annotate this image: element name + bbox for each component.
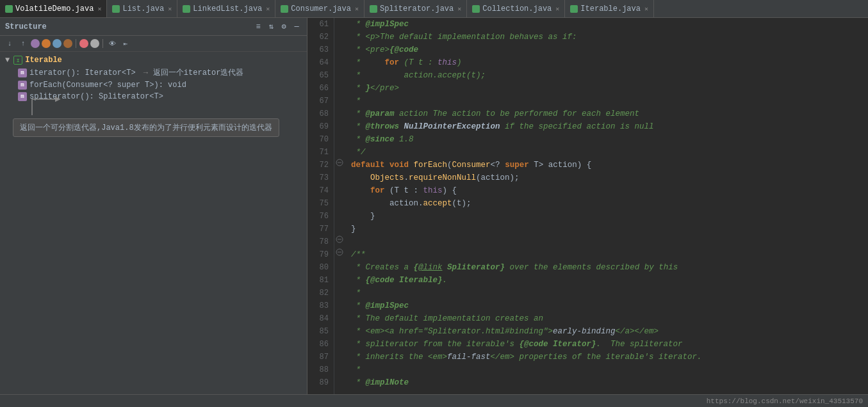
- line-num-68: 68: [313, 108, 329, 120]
- tab-label-volatile: VolatileDemo.java: [15, 4, 94, 13]
- code-line-75: action.accept(t);: [351, 197, 863, 210]
- sort-btn[interactable]: ≡: [253, 22, 263, 32]
- tab-close-list[interactable]: ✕: [168, 5, 172, 13]
- line-num-87: 87: [313, 351, 329, 363]
- expand-all-btn[interactable]: ⇤: [120, 38, 131, 49]
- code-text-70: *: [351, 133, 366, 146]
- tab-label-spliterator: Spliterator.java: [380, 4, 454, 13]
- tree-item-foreach[interactable]: m forEach(Consumer<? super T>): void: [0, 79, 307, 91]
- tab-bar: VolatileDemo.java ✕ List.java ✕ LinkedLi…: [0, 0, 868, 18]
- collapse-icon: ▼: [5, 56, 10, 65]
- code-line-82: *: [351, 287, 863, 299]
- panel-actions: ≡ ⇅ ⚙ —: [253, 22, 302, 32]
- line-num-89: 89: [313, 376, 329, 389]
- code-text-80: * Creates a: [351, 261, 414, 274]
- tab-volatiledemo[interactable]: VolatileDemo.java ✕: [0, 0, 107, 17]
- filter-p-btn[interactable]: [42, 39, 51, 48]
- fold-icon-72[interactable]: [336, 159, 343, 169]
- tab-consumer[interactable]: Consumer.java ✕: [275, 0, 364, 17]
- structure-panel: Structure ≡ ⇅ ⚙ — ↓ ↑ 👁 ⇤ ▼: [0, 18, 307, 394]
- code-line-76: }: [351, 210, 863, 223]
- tab-close-consumer[interactable]: ✕: [355, 5, 359, 13]
- filter-e-btn[interactable]: [79, 39, 88, 48]
- tree-item-iterator-label: iterator(): Iterator<T>: [29, 68, 136, 77]
- tooltip-container: 返回一个可分割迭代器,Java1.8发布的为了并行便利元素而设计的迭代器: [13, 115, 307, 137]
- panel-header: Structure ≡ ⇅ ⚙ —: [0, 18, 307, 36]
- code-line-61: * @implSpec: [351, 18, 863, 31]
- code-gutter: [334, 18, 346, 394]
- line-num-81: 81: [313, 274, 329, 287]
- line-num-73: 73: [313, 172, 329, 184]
- code-text-83: *: [351, 299, 366, 312]
- code-line-88: *: [351, 363, 863, 376]
- main-area: Structure ≡ ⇅ ⚙ — ↓ ↑ 👁 ⇤ ▼: [0, 18, 868, 394]
- code-text-63: *: [351, 44, 366, 56]
- code-text-89: *: [351, 376, 366, 389]
- tab-label-iterable: Iterable.java: [580, 4, 641, 13]
- code-line-63: * <pre>{@code: [351, 44, 863, 56]
- separator1: [76, 39, 76, 48]
- tab-spliterator[interactable]: Spliterator.java ✕: [364, 0, 467, 17]
- code-text-68: *: [351, 108, 366, 120]
- collapse-btn[interactable]: ↑: [17, 38, 29, 49]
- code-line-79: /**: [351, 248, 863, 261]
- close-panel-btn[interactable]: —: [291, 22, 302, 32]
- code-line-86: * spliterator from the iterable's {@code…: [351, 338, 863, 351]
- settings-btn[interactable]: ⚙: [279, 22, 289, 32]
- code-line-89: * @implNote: [351, 376, 863, 389]
- fold-icon-76[interactable]: [336, 248, 343, 259]
- tree-root-iterable[interactable]: ▼ I Iterable: [0, 54, 307, 66]
- tab-label-linkedlist: LinkedList.java: [193, 4, 262, 13]
- line-num-88: 88: [313, 363, 329, 376]
- code-line-80: * Creates a {@link Spliterator} over the…: [351, 261, 863, 274]
- fold-icon-74[interactable]: [336, 235, 343, 246]
- tab-linkedlist[interactable]: LinkedList.java ✕: [177, 0, 275, 17]
- tab-icon-linkedlist: [183, 5, 190, 13]
- filter-f-btn[interactable]: [53, 39, 61, 48]
- code-text-86: * spliterator from the iterable's: [351, 338, 520, 351]
- tab-close-collection[interactable]: ✕: [555, 5, 559, 13]
- tab-close-spliterator[interactable]: ✕: [457, 5, 461, 13]
- code-lines[interactable]: * @implSpec * <p>The default implementat…: [346, 18, 868, 394]
- line-num-84: 84: [313, 312, 329, 325]
- tab-close-iterable[interactable]: ✕: [644, 5, 648, 13]
- spliterator-tooltip-text: 返回一个可分割迭代器,Java1.8发布的为了并行便利元素而设计的迭代器: [20, 124, 272, 132]
- line-num-71: 71: [313, 146, 329, 159]
- code-content[interactable]: 61 62 63 64 65 66 67 68 69 70 71 72 73 7…: [307, 18, 868, 394]
- spliterator-tooltip: 返回一个可分割迭代器,Java1.8发布的为了并行便利元素而设计的迭代器: [13, 118, 279, 137]
- tab-iterable[interactable]: Iterable.java ✕: [565, 0, 654, 17]
- tab-close-volatile[interactable]: ✕: [97, 5, 101, 13]
- filter-m-btn[interactable]: [31, 39, 40, 48]
- code-text-88: *: [351, 363, 361, 376]
- line-num-77: 77: [313, 223, 329, 235]
- line-num-76: 76: [313, 210, 329, 223]
- structure-tree: ▼ I Iterable m iterator(): Iterator<T> →…: [0, 52, 307, 394]
- tree-item-foreach-label: forEach(Consumer<? super T>): void: [29, 81, 186, 90]
- interface-icon: I: [13, 56, 22, 65]
- tree-item-iterator[interactable]: m iterator(): Iterator<T> → 返回一个iterator…: [0, 66, 307, 79]
- code-line-62: * <p>The default implementation behaves …: [351, 31, 863, 44]
- tab-label-collection: Collection.java: [482, 4, 552, 13]
- tab-label-list: List.java: [122, 4, 164, 13]
- line-num-63: 63: [313, 44, 329, 56]
- tab-collection[interactable]: Collection.java ✕: [467, 0, 565, 17]
- code-line-85: * <em><a href="Spliterator.html#binding"…: [351, 325, 863, 338]
- tree-root-label: Iterable: [25, 56, 62, 65]
- filter-c-btn[interactable]: [63, 39, 72, 48]
- code-line-84: * The default implementation creates an: [351, 312, 863, 325]
- line-num-67: 67: [313, 95, 329, 108]
- tab-icon-spliterator: [370, 5, 377, 13]
- code-line-78: [351, 235, 863, 248]
- filter-anon-btn[interactable]: [90, 39, 99, 48]
- tab-list[interactable]: List.java ✕: [107, 0, 177, 17]
- tab-close-linkedlist[interactable]: ✕: [266, 5, 270, 13]
- line-num-65: 65: [313, 69, 329, 82]
- expand-btn[interactable]: ↓: [4, 38, 15, 49]
- code-text-79: /**: [351, 248, 366, 261]
- line-num-74: 74: [313, 184, 329, 197]
- line-num-66: 66: [313, 82, 329, 95]
- sort2-btn[interactable]: ⇅: [266, 22, 276, 32]
- line-num-83: 83: [313, 299, 329, 312]
- tab-label-consumer: Consumer.java: [291, 4, 351, 13]
- visibility-btn[interactable]: 👁: [106, 38, 118, 49]
